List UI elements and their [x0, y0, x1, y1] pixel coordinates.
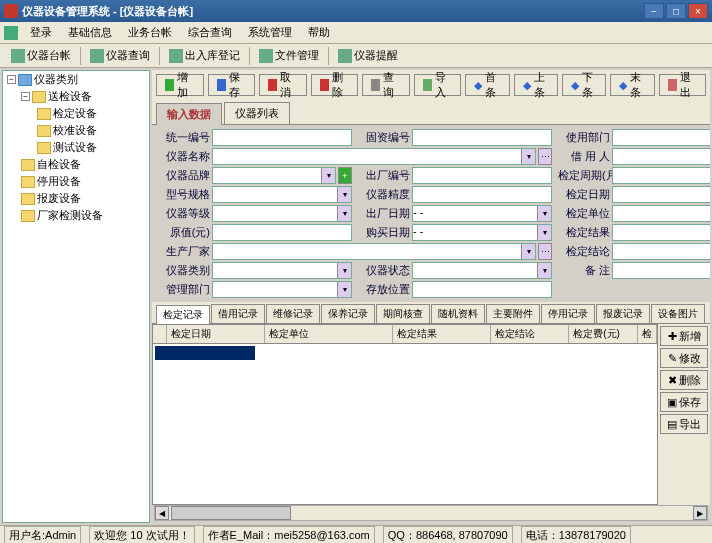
- first-button[interactable]: ◆首条: [465, 74, 509, 96]
- borrower-field[interactable]: [612, 148, 710, 165]
- subtab-parts[interactable]: 主要附件: [486, 304, 540, 323]
- status-combo[interactable]: ▾: [412, 262, 552, 279]
- tool-query[interactable]: 仪器查询: [83, 45, 157, 66]
- subtab-docs[interactable]: 随机资料: [431, 304, 485, 323]
- maximize-button[interactable]: □: [666, 3, 686, 19]
- check-date-field[interactable]: [612, 186, 710, 203]
- scroll-thumb[interactable]: [171, 506, 291, 520]
- window-title: 仪器设备管理系统 - [仪器设备台帐]: [22, 4, 644, 19]
- buy-date-combo[interactable]: - -▾: [412, 224, 552, 241]
- tree-leaf[interactable]: 测试设备: [3, 139, 149, 156]
- out-date-combo[interactable]: - -▾: [412, 205, 552, 222]
- tree-root[interactable]: − 仪器类别: [3, 71, 149, 88]
- tab-list[interactable]: 仪器列表: [224, 102, 290, 124]
- result-field[interactable]: [612, 224, 710, 241]
- delete-icon: ✖: [668, 374, 677, 387]
- save-button[interactable]: 保存: [208, 74, 256, 96]
- add-button[interactable]: 增加: [156, 74, 204, 96]
- folder-icon: [21, 176, 35, 188]
- remark-field[interactable]: [612, 262, 710, 279]
- menu-basic[interactable]: 基础信息: [60, 23, 120, 42]
- uid-field[interactable]: [212, 129, 352, 146]
- category-combo[interactable]: ▾: [212, 262, 352, 279]
- subtab-image[interactable]: 设备图片: [651, 304, 705, 323]
- precision-field[interactable]: [412, 186, 552, 203]
- menu-ledger[interactable]: 业务台帐: [120, 23, 180, 42]
- grid-new-button[interactable]: ✚新增: [660, 326, 708, 346]
- add-brand-icon[interactable]: +: [338, 167, 352, 184]
- conclusion-field[interactable]: [612, 243, 710, 260]
- fixed-id-field[interactable]: [412, 129, 552, 146]
- menu-query[interactable]: 综合查询: [180, 23, 240, 42]
- cancel-button[interactable]: 取消: [259, 74, 307, 96]
- edit-icon: ✎: [668, 352, 677, 365]
- plus-icon: ✚: [668, 330, 677, 343]
- status-author: 作者E_Mail：mei5258@163.com: [203, 526, 375, 543]
- grid-delete-button[interactable]: ✖删除: [660, 370, 708, 390]
- factory-no-field[interactable]: [412, 167, 552, 184]
- folder-icon: [37, 142, 51, 154]
- records-grid[interactable]: 检定日期 检定单位 检定结果 检定结论 检定费(元) 检 ▶: [152, 324, 658, 505]
- expand-icon[interactable]: −: [21, 92, 30, 101]
- query-button[interactable]: 查询: [362, 74, 410, 96]
- grid-body[interactable]: ▶: [153, 344, 657, 505]
- menu-bar: 登录 基础信息 业务台帐 综合查询 系统管理 帮助: [0, 22, 712, 44]
- subtab-repair[interactable]: 维修记录: [266, 304, 320, 323]
- tool-inout[interactable]: 出入库登记: [162, 45, 247, 66]
- tool-file[interactable]: 文件管理: [252, 45, 326, 66]
- app-icon: [4, 4, 18, 18]
- tree-node[interactable]: 自检设备: [3, 156, 149, 173]
- subtab-check[interactable]: 检定记录: [156, 305, 210, 324]
- next-button[interactable]: ◆下条: [562, 74, 606, 96]
- tree-node[interactable]: 报废设备: [3, 190, 149, 207]
- location-field[interactable]: [412, 281, 552, 298]
- grade-combo[interactable]: ▾: [212, 205, 352, 222]
- subtab-scrap[interactable]: 报废记录: [596, 304, 650, 323]
- delete-button[interactable]: 删除: [311, 74, 359, 96]
- subtab-stop[interactable]: 停用记录: [541, 304, 595, 323]
- check-unit-field[interactable]: [612, 205, 710, 222]
- tree-node[interactable]: 厂家检测设备: [3, 207, 149, 224]
- tree-leaf[interactable]: 检定设备: [3, 105, 149, 122]
- scroll-left-icon[interactable]: ◀: [155, 506, 169, 520]
- category-tree[interactable]: − 仪器类别 − 送检设备 检定设备 校准设备 测试设备 自检设备 停用设备 报…: [2, 70, 150, 523]
- tool-remind[interactable]: 仪器提醒: [331, 45, 405, 66]
- tree-node[interactable]: − 送检设备: [3, 88, 149, 105]
- grid-edit-button[interactable]: ✎修改: [660, 348, 708, 368]
- prev-button[interactable]: ◆上条: [514, 74, 558, 96]
- grid-export-button[interactable]: ▤导出: [660, 414, 708, 434]
- picker-icon[interactable]: ⋯: [538, 243, 552, 260]
- import-button[interactable]: 导入: [414, 74, 462, 96]
- scroll-right-icon[interactable]: ▶: [693, 506, 707, 520]
- picker-icon[interactable]: ⋯: [538, 148, 552, 165]
- chevron-down-icon: ▾: [321, 168, 335, 183]
- menu-system[interactable]: 系统管理: [240, 23, 300, 42]
- chevron-down-icon: ▾: [337, 282, 351, 297]
- tool-ledger[interactable]: 仪器台帐: [4, 45, 78, 66]
- subtab-maint[interactable]: 保养记录: [321, 304, 375, 323]
- tree-node[interactable]: 停用设备: [3, 173, 149, 190]
- tab-input[interactable]: 输入数据: [156, 103, 222, 125]
- chevron-down-icon: ▾: [537, 206, 551, 221]
- subtab-borrow[interactable]: 借用记录: [211, 304, 265, 323]
- minimize-button[interactable]: −: [644, 3, 664, 19]
- price-field[interactable]: [212, 224, 352, 241]
- horizontal-scrollbar[interactable]: ◀ ▶: [154, 505, 708, 521]
- last-button[interactable]: ◆末条: [610, 74, 654, 96]
- maker-combo[interactable]: ▾: [212, 243, 536, 260]
- brand-combo[interactable]: ▾: [212, 167, 336, 184]
- dept-field[interactable]: [612, 129, 710, 146]
- cycle-field[interactable]: [612, 167, 710, 184]
- mgmt-dept-combo[interactable]: ▾: [212, 281, 352, 298]
- expand-icon[interactable]: −: [7, 75, 16, 84]
- menu-help[interactable]: 帮助: [300, 23, 338, 42]
- menu-login[interactable]: 登录: [22, 23, 60, 42]
- tree-leaf[interactable]: 校准设备: [3, 122, 149, 139]
- close-button[interactable]: ×: [688, 3, 708, 19]
- cancel-icon: [268, 79, 277, 91]
- model-combo[interactable]: ▾: [212, 186, 352, 203]
- name-combo[interactable]: ▾: [212, 148, 536, 165]
- exit-button[interactable]: 退出: [659, 74, 707, 96]
- subtab-period[interactable]: 期间核查: [376, 304, 430, 323]
- grid-save-button[interactable]: ▣保存: [660, 392, 708, 412]
